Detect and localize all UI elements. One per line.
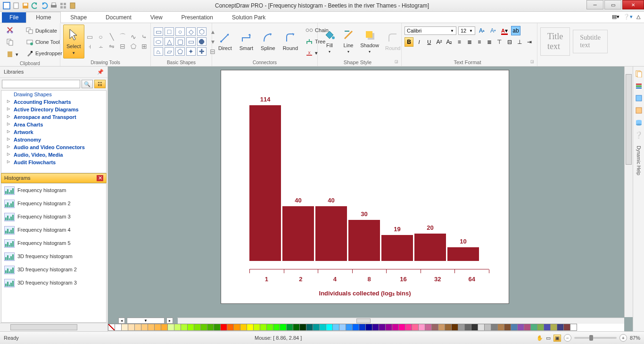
color-swatch[interactable] (530, 324, 537, 331)
color-swatch[interactable] (445, 324, 452, 331)
color-swatch[interactable] (121, 324, 128, 331)
duplicate-button[interactable]: Duplicate (23, 25, 66, 36)
color-swatch[interactable] (379, 324, 386, 331)
align-center-button[interactable]: ≣ (465, 37, 474, 47)
connector-tool[interactable]: ⤷ (140, 33, 149, 41)
shape-hex[interactable]: ⬡ (197, 27, 206, 36)
indent-button[interactable]: ⇥ (525, 37, 534, 47)
clipboard-icon[interactable] (69, 2, 76, 9)
align-right-button[interactable]: ≡ (475, 37, 484, 47)
font-color-button[interactable]: A▾ (500, 26, 509, 35)
shape-triangle[interactable]: △ (165, 37, 174, 46)
color-swatch[interactable] (253, 324, 260, 331)
line-tool[interactable]: ╲ (107, 33, 116, 41)
paste-button[interactable]: ▾ (3, 49, 22, 60)
color-swatch[interactable] (247, 324, 254, 331)
print-icon[interactable] (50, 2, 58, 9)
shape-square[interactable]: □ (165, 27, 174, 36)
color-swatch[interactable] (115, 324, 122, 331)
zoom-slider[interactable] (574, 337, 617, 339)
tab-file[interactable]: File (2, 12, 26, 23)
color-swatch[interactable] (412, 324, 419, 331)
subtitle-text-button[interactable]: Subtitle text (573, 30, 608, 53)
shape-roundrect[interactable]: ▢ (175, 37, 185, 46)
color-swatch[interactable] (220, 324, 227, 331)
grow-font-button[interactable]: A▴ (477, 26, 487, 35)
shape-cross[interactable]: ✚ (197, 47, 206, 56)
color-swatch[interactable] (266, 324, 273, 331)
shape-item[interactable]: Frequency histogram 4 (1, 223, 106, 236)
bold-button[interactable]: B (405, 37, 413, 47)
properties-icon[interactable] (635, 106, 643, 115)
libtree-item[interactable]: Aerospace and Transport (1, 113, 106, 121)
shape-trap[interactable]: ⏢ (154, 47, 163, 56)
valign-bot-button[interactable]: ⊥ (515, 37, 524, 47)
color-swatch[interactable] (365, 324, 372, 331)
color-swatch[interactable] (372, 324, 379, 331)
tab-shape[interactable]: Shape (61, 12, 96, 23)
color-swatch[interactable] (313, 324, 320, 331)
color-swatch[interactable] (537, 324, 544, 331)
shape-diamond[interactable]: ◇ (186, 27, 196, 36)
fontsize-select[interactable]: 12▼ (458, 26, 475, 35)
superscript-button[interactable]: A² (435, 37, 444, 47)
shape-item[interactable]: 3D frequency histogram 3 (1, 276, 106, 289)
no-color-swatch[interactable] (108, 324, 115, 331)
select-mode-icon[interactable]: ▭ (546, 335, 551, 341)
tree-view-button[interactable]: ☷ (94, 80, 106, 88)
canvas-area[interactable]: Species collected 114404030192010 Indivi… (108, 67, 633, 331)
document-page[interactable]: Species collected 114404030192010 Indivi… (221, 70, 509, 303)
color-swatch[interactable] (431, 324, 438, 331)
color-swatch[interactable] (299, 324, 306, 331)
shape-para[interactable]: ▱ (165, 47, 174, 56)
shape-ellipse[interactable]: ⬭ (154, 37, 163, 46)
color-swatch[interactable] (181, 324, 188, 331)
shape-pent[interactable]: ⬠ (175, 47, 185, 56)
shape-item[interactable]: Frequency histogram (1, 184, 106, 197)
smart-connector[interactable]: Smart (236, 25, 256, 59)
color-swatch[interactable] (214, 324, 221, 331)
color-swatch[interactable] (517, 324, 524, 331)
maximize-button[interactable]: ▭ (604, 0, 621, 9)
pages-icon[interactable] (635, 69, 643, 78)
color-swatch[interactable] (332, 324, 339, 331)
color-swatch[interactable] (148, 324, 155, 331)
tab-presentation[interactable]: Presentation (172, 12, 223, 23)
color-swatch[interactable] (326, 324, 333, 331)
shape-item[interactable]: Frequency histogram 5 (1, 236, 106, 250)
layers-icon[interactable] (635, 82, 643, 90)
page-prev[interactable]: ◂ (118, 318, 125, 324)
color-swatch[interactable] (471, 324, 478, 331)
color-swatch[interactable] (174, 324, 181, 331)
database-icon[interactable] (635, 118, 643, 127)
color-swatch[interactable] (207, 324, 214, 331)
color-swatch[interactable] (273, 324, 280, 331)
grid-icon[interactable] (59, 2, 67, 9)
color-swatch[interactable] (240, 324, 247, 331)
histograms-section[interactable]: Histograms✕ (1, 173, 107, 183)
distribute-tool[interactable]: ⊟ (118, 42, 127, 50)
close-button[interactable]: ✕ (622, 0, 644, 9)
color-swatch[interactable] (167, 324, 174, 331)
color-swatch[interactable] (563, 324, 570, 331)
hand-tool-icon[interactable]: ✋ (537, 335, 543, 341)
libtree-item[interactable]: Drawing Shapes (1, 91, 106, 98)
shape-circle[interactable]: ○ (175, 27, 185, 36)
color-swatch[interactable] (392, 324, 399, 331)
title-text-button[interactable]: Title text (540, 27, 570, 56)
undo-icon[interactable] (31, 2, 39, 9)
shrink-font-button[interactable]: A▾ (488, 26, 498, 35)
bar[interactable]: 10 (447, 247, 479, 261)
shape-star[interactable]: ✦ (186, 47, 196, 56)
color-swatch[interactable] (187, 324, 194, 331)
tab-solutionpark[interactable]: Solution Park (223, 12, 275, 23)
libtree-item[interactable]: Accounting Flowcharts (1, 98, 106, 106)
color-swatch[interactable] (306, 324, 313, 331)
page-tab-current[interactable]: ▼ (127, 318, 165, 324)
libtree-item[interactable]: Audit Flowcharts (1, 159, 106, 166)
round-connector[interactable]: Round (280, 25, 301, 59)
polygon-tool[interactable]: ⬠ (129, 42, 138, 50)
libtree-item[interactable]: Area Charts (1, 121, 106, 128)
highlight-button[interactable]: ab (511, 26, 520, 35)
libtree-item[interactable]: Artwork (1, 128, 106, 136)
